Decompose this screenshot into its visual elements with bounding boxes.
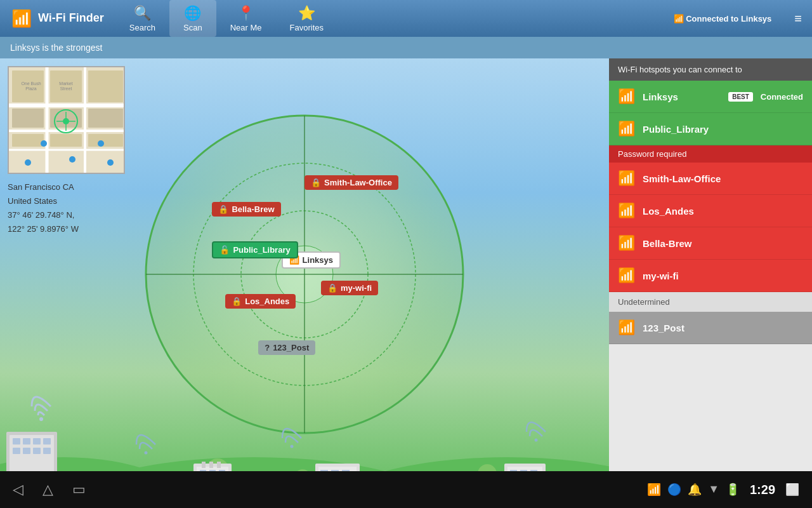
svg-rect-11 (88, 109, 123, 128)
wifi-icon-my-wifi: 📶 (618, 267, 635, 284)
wifi-icon-bella-brew: 📶 (618, 235, 635, 251)
back-button[interactable]: ◁ (13, 481, 23, 498)
svg-rect-58 (202, 462, 206, 468)
location-coords2: 122° 25' 9.8976° W (8, 222, 79, 236)
main-content: Linksys is the strongest (0, 37, 812, 508)
svg-point-24 (98, 140, 104, 147)
nav-scan-label: Scan (183, 23, 202, 32)
lock-icon-4: 🔒 (327, 283, 337, 293)
connected-label: Connected (761, 92, 803, 102)
svg-rect-59 (209, 462, 213, 468)
radar-my-wifi[interactable]: 🔒 my-wi-fi (321, 281, 378, 295)
svg-rect-42 (43, 438, 51, 444)
svg-rect-12 (12, 134, 44, 147)
svg-text:Street: Street (60, 86, 72, 91)
hotspot-smith-law[interactable]: 📶 Smith-Law-Office (609, 163, 812, 195)
svg-rect-44 (23, 448, 30, 454)
svg-point-77 (535, 439, 538, 442)
recents-button[interactable]: ▭ (72, 481, 86, 498)
radar-smith-law-name: Smith-Law-Office (324, 178, 392, 187)
hotspot-123-post-name: 123_Post (643, 323, 803, 333)
connected-info: 📶 Connected to Linksys (674, 14, 785, 23)
android-navigation: ◁ △ ▭ 📶 🔵 🔔 ▼ 🔋 1:29 ⬜ (0, 471, 812, 508)
best-badge: BEST (728, 92, 753, 102)
map-thumbnail[interactable]: One Bush Plaza Market Street (8, 66, 125, 174)
connected-prefix: Connected to (686, 14, 741, 23)
svg-rect-45 (33, 448, 41, 454)
android-wifi-icon: 📶 (647, 483, 661, 497)
svg-text:One Bush: One Bush (21, 81, 41, 86)
wifi-connected-icon: 📶 (674, 14, 686, 23)
svg-rect-40 (23, 438, 30, 444)
app-logo: 📶 Wi-Fi Finder (0, 9, 115, 29)
svg-text:Market: Market (59, 81, 72, 86)
radar-panel: One Bush Plaza Market Street (0, 58, 609, 508)
svg-point-75 (145, 451, 148, 455)
nav-items: 🔍 Search 🌐 Scan 📍 Near Me ⭐ Favorites (115, 0, 674, 37)
android-clock: 1:29 (750, 483, 775, 497)
home-button[interactable]: △ (43, 481, 53, 498)
android-store-icon: ▼ (708, 483, 719, 497)
hotspot-panel-title: Wi-Fi hotspots you can connect to (609, 58, 812, 81)
near-me-icon: 📍 (237, 5, 254, 22)
nav-search[interactable]: 🔍 Search (115, 0, 169, 37)
location-info: San Francisco CA United States 37° 46' 2… (8, 180, 79, 236)
favorites-icon: ⭐ (298, 5, 315, 22)
hamburger-menu[interactable]: ≡ (784, 11, 812, 26)
nav-search-label: Search (129, 23, 155, 32)
top-navigation: 📶 Wi-Fi Finder 🔍 Search 🌐 Scan 📍 Near Me… (0, 0, 812, 37)
nav-near-me[interactable]: 📍 Near Me (216, 0, 276, 37)
wifi-icon-smith-law: 📶 (618, 170, 635, 187)
svg-rect-9 (12, 109, 44, 128)
svg-rect-41 (33, 438, 41, 444)
android-status-area: 📶 🔵 🔔 ▼ 🔋 1:29 ⬜ (647, 483, 799, 497)
right-panel: Wi-Fi hotspots you can connect to 📶 Link… (609, 58, 812, 508)
hotspot-smith-law-name: Smith-Law-Office (643, 173, 803, 184)
content-row: One Bush Plaza Market Street (0, 58, 812, 508)
svg-point-76 (291, 445, 294, 448)
radar-123-post[interactable]: ? 123_Post (258, 340, 315, 355)
radar-linksys-name: Linksys (303, 255, 333, 265)
lock-icon-2: 🔒 (311, 178, 321, 187)
wifi-icon-linksys: 📶 (618, 88, 635, 105)
unknown-icon: ? (265, 343, 270, 352)
hotspot-my-wifi[interactable]: 📶 my-wi-fi (609, 260, 812, 292)
location-coords1: 37° 46' 29.748° N, (8, 208, 79, 222)
hotspot-los-andes[interactable]: 📶 Los_Andes (609, 195, 812, 227)
hotspot-linksys[interactable]: 📶 Linksys BEST Connected (609, 81, 812, 113)
radar-bella-brew-name: Bella-Brew (232, 204, 274, 214)
svg-rect-46 (43, 448, 51, 454)
svg-point-23 (69, 156, 75, 163)
android-battery-icon: 🔋 (726, 483, 740, 497)
password-required-header: Password required (609, 145, 812, 163)
android-nav-left: ◁ △ ▭ (13, 481, 86, 498)
connected-network-name: Linksys (741, 14, 771, 23)
hotspot-123-post[interactable]: 📶 123_Post (609, 312, 812, 344)
hotspot-my-wifi-name: my-wi-fi (643, 271, 803, 281)
undetermined-header: Undetermined (609, 292, 812, 312)
radar-public-library-name: Public_Library (233, 245, 290, 255)
radar-los-andes[interactable]: 🔒 Los_Andes (225, 294, 296, 309)
battery-indicator: ⬜ (785, 483, 799, 497)
hotspot-public-library[interactable]: 📶 Public_Library (609, 113, 812, 145)
radar-bella-brew[interactable]: 🔒 Bella-Brew (212, 202, 280, 217)
wifi-icon-los-andes: 📶 (618, 203, 635, 219)
radar-public-library[interactable]: 🔓 Public_Library (212, 241, 298, 258)
wifi-logo-icon: 📶 (11, 9, 32, 29)
radar-my-wifi-name: my-wi-fi (341, 283, 372, 293)
svg-text:Plaza: Plaza (25, 86, 37, 91)
status-bar: Linksys is the strongest (0, 37, 812, 58)
nav-favorites[interactable]: ⭐ Favorites (276, 0, 337, 37)
svg-point-25 (107, 159, 114, 166)
nav-near-me-label: Near Me (230, 23, 262, 32)
radar-smith-law[interactable]: 🔒 Smith-Law-Office (304, 175, 398, 190)
search-icon: 🔍 (134, 5, 151, 22)
nav-scan[interactable]: 🌐 Scan (169, 0, 216, 37)
hotspot-bella-brew-name: Bella-Brew (643, 238, 803, 249)
svg-rect-43 (13, 448, 20, 454)
android-signal-icon: 🔵 (667, 483, 681, 497)
status-message: Linksys is the strongest (10, 43, 103, 53)
hotspot-bella-brew[interactable]: 📶 Bella-Brew (609, 227, 812, 260)
padlock-open-icon: 🔓 (219, 245, 230, 255)
svg-point-27 (63, 118, 69, 124)
